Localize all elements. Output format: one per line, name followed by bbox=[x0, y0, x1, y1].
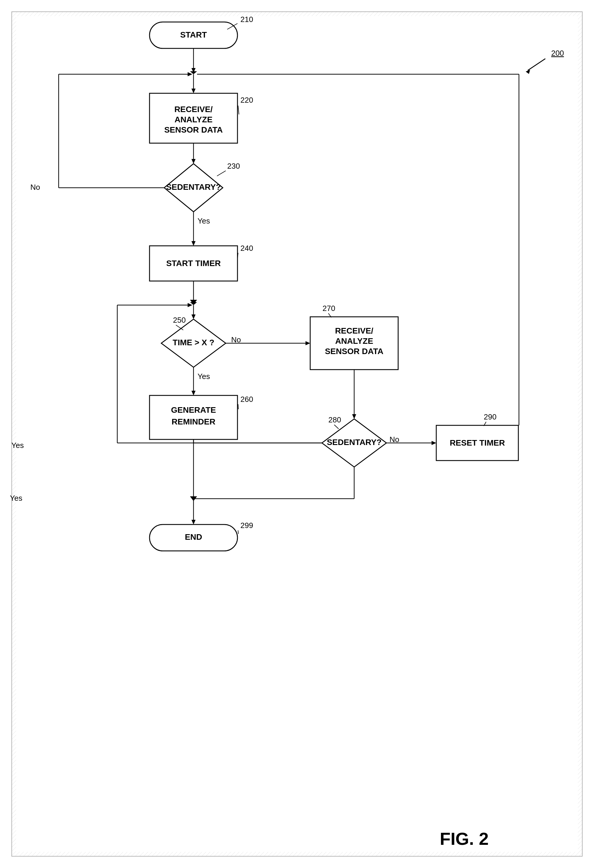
yes-sedentary-2-label: Yes bbox=[10, 494, 22, 502]
receive-analyze-1-text: RECEIVE/ bbox=[174, 105, 213, 114]
ref-270: 270 bbox=[323, 304, 335, 313]
receive-analyze-2-text2: ANALYZE bbox=[335, 337, 373, 345]
ref-290: 290 bbox=[484, 412, 496, 421]
time-x-text: TIME > X ? bbox=[173, 338, 214, 347]
receive-analyze-2-text3: SENSOR DATA bbox=[325, 347, 383, 356]
yes-time-x-label: Yes bbox=[198, 372, 210, 381]
receive-analyze-1-text2: ANALYZE bbox=[174, 115, 212, 124]
yes-sedentary-1-label: Yes bbox=[198, 217, 210, 225]
start-timer-text: START TIMER bbox=[166, 259, 221, 268]
flowchart-diagram: START 210 RECEIVE/ ANALYZE SENSOR DATA 2… bbox=[0, 0, 594, 868]
ref-210: 210 bbox=[240, 15, 253, 24]
generate-reminder-text: GENERATE bbox=[171, 405, 216, 415]
no-sedentary-2-label: No bbox=[389, 435, 399, 444]
start-node-text: START bbox=[180, 30, 207, 39]
fig-label: FIG. 2 bbox=[440, 829, 489, 849]
ref-220: 220 bbox=[240, 96, 253, 105]
receive-analyze-2-text: RECEIVE/ bbox=[335, 326, 373, 335]
sedentary-2-text: SEDENTARY? bbox=[327, 438, 382, 447]
reset-timer-text: RESET TIMER bbox=[450, 438, 505, 447]
end-node-text: END bbox=[185, 533, 202, 542]
sedentary-1-text: SEDENTARY? bbox=[166, 183, 221, 192]
no-time-x-label: No bbox=[231, 335, 241, 344]
generate-reminder-text2: REMINDER bbox=[171, 417, 215, 426]
no-sedentary-1-label: No bbox=[30, 183, 40, 192]
yes-sedentary-2-label2: Yes bbox=[12, 441, 24, 450]
ref-200: 200 bbox=[551, 49, 564, 58]
ref-250: 250 bbox=[173, 316, 186, 325]
ref-280: 280 bbox=[329, 415, 341, 424]
receive-analyze-1-text3: SENSOR DATA bbox=[164, 125, 223, 134]
ref-240: 240 bbox=[240, 244, 253, 252]
ref-299: 299 bbox=[240, 521, 253, 530]
ref-260: 260 bbox=[240, 395, 253, 404]
ref-230: 230 bbox=[227, 162, 240, 170]
